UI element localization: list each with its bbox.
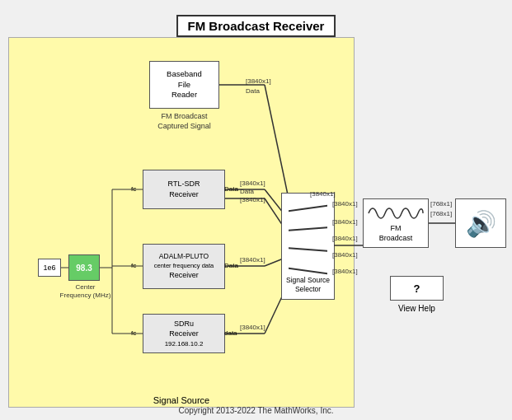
dim-label-rtl-data: Data [240, 188, 254, 195]
signal-source-box: Baseband File Reader FM Broadcast Captur… [8, 37, 355, 408]
dim-label-1: [3840x1] [246, 77, 271, 85]
label-center-frequency: Center Frequency (MHz) [54, 283, 116, 301]
selector-lines [289, 198, 327, 281]
svg-line-1 [265, 85, 289, 203]
dim-out-1: [3840x1] [332, 200, 358, 208]
block-sdru[interactable]: SDRu Receiver 192.168.10.2 [143, 314, 225, 353]
page-title: FM Broadcast Receiver [176, 15, 336, 37]
adalm-data-label: Data [224, 262, 238, 269]
block-baseband-file-reader[interactable]: Baseband File Reader [149, 61, 219, 109]
label-captured-signal: FM Broadcast Captured Signal [137, 112, 232, 131]
dim-label-rtl-2: [3840x1] [240, 196, 265, 203]
rtlsdr-data-label: Data [224, 185, 238, 193]
sdru-data-label: data [224, 329, 237, 337]
sdru-fc-label: fc [131, 329, 136, 337]
block-fm-broadcast[interactable]: FM Broadcast [363, 198, 429, 248]
signal-source-label: Signal Source [9, 394, 354, 407]
dim-label-sel-1: [3840x1] [310, 190, 336, 198]
dim-label-adalm: [3840x1] [240, 256, 265, 264]
block-constant-983[interactable]: 98.3 [68, 254, 100, 281]
dim-fm-out-1: [768x1] [430, 200, 452, 208]
block-rtlsdr[interactable]: RTL-SDR Receiver [143, 170, 225, 209]
speaker-icon: 🔊 [466, 209, 496, 238]
dim-out-5: [3840x1] [332, 268, 358, 275]
dim-out-4: [3840x1] [332, 251, 358, 259]
copyright-text: Copyright 2013-2022 The MathWorks, Inc. [0, 406, 512, 415]
block-view-help[interactable]: ? [390, 276, 444, 301]
main-area: Baseband File Reader FM Broadcast Captur… [8, 37, 504, 399]
label-view-help: View Help [382, 304, 452, 313]
dim-fm-out-2: [768x1] [430, 210, 452, 217]
fm-wave-svg [367, 203, 425, 224]
dim-out-2: [3840x1] [332, 218, 358, 226]
block-signal-source-selector[interactable]: Signal SourceSelector [281, 193, 335, 300]
block-adalm-pluto[interactable]: ADALM-PLUTO center frequency data Receiv… [143, 244, 225, 289]
dim-label-rtl-1: [3840x1] [240, 180, 265, 187]
rtlsdr-fc-label: fc [131, 185, 136, 193]
dim-label-data-1: Data [246, 87, 260, 95]
block-speaker[interactable]: 🔊 [455, 198, 506, 248]
dim-out-3: [3840x1] [332, 235, 358, 242]
dim-label-sdru: [3840x1] [240, 324, 265, 331]
adalm-fc-label: fc [131, 262, 136, 269]
block-constant-1e6[interactable]: 1e6 [38, 259, 61, 277]
